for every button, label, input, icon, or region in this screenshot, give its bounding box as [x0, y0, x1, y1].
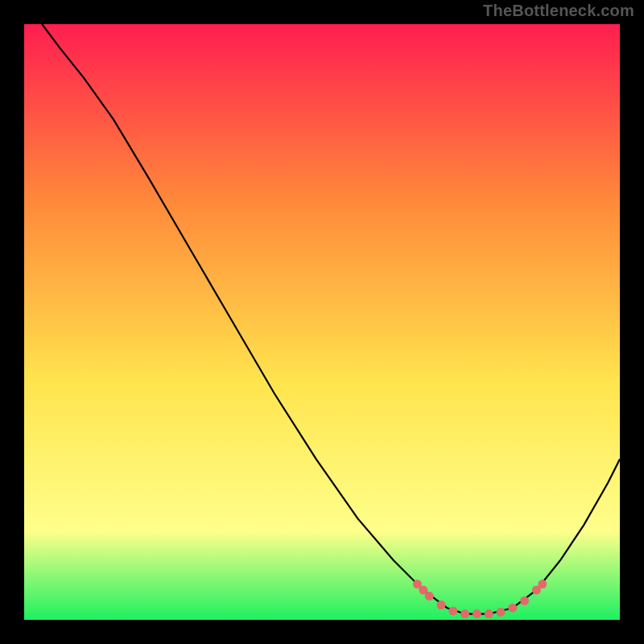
optimal-marker-dot — [538, 580, 547, 588]
chart-svg — [24, 24, 620, 620]
optimal-marker-dot — [460, 609, 469, 618]
chart-stage: TheBottleneck.com — [0, 0, 644, 644]
optimal-marker-dot — [425, 592, 434, 601]
optimal-marker-dot — [485, 609, 493, 618]
optimal-marker-dot — [448, 606, 457, 615]
optimal-marker-dot — [520, 597, 529, 605]
watermark-text: TheBottleneck.com — [483, 2, 634, 20]
optimal-marker-dot — [508, 604, 517, 613]
optimal-marker-dot — [497, 608, 506, 617]
optimal-marker-dot — [473, 609, 481, 618]
chart-plot-area — [24, 24, 620, 620]
gradient-background — [24, 24, 620, 620]
optimal-marker-dot — [437, 601, 446, 609]
